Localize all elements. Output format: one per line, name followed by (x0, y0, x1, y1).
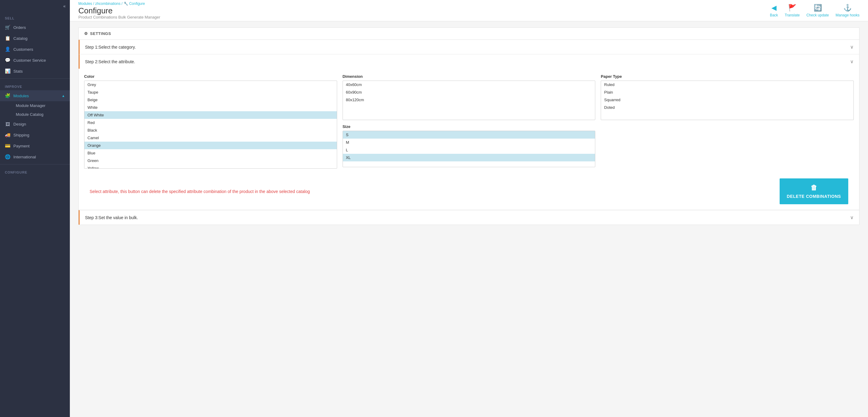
color-yellow[interactable]: Yellow (85, 165, 337, 169)
paper-plain[interactable]: Plain (601, 88, 854, 96)
breadcrumb-wrench-icon: 🔧 (124, 2, 128, 6)
sidebar-item-modules[interactable]: 🧩 Modules ▲ (0, 90, 70, 101)
dimension-label: Dimension (343, 74, 596, 79)
page-subtitle: Product Combinations Bulk Generate Manag… (79, 15, 160, 20)
color-off-white[interactable]: Off White (85, 111, 337, 119)
sidebar-item-customers[interactable]: 👤 Customers (0, 44, 70, 55)
design-icon: 🖼 (5, 122, 10, 127)
size-m[interactable]: M (343, 139, 595, 146)
sidebar-item-module-catalog[interactable]: Module Catalog (13, 110, 70, 119)
dimension-40x60[interactable]: 40x60cm (343, 81, 595, 88)
color-taupe[interactable]: Taupe (85, 88, 337, 96)
settings-panel: ⚙ SETTINGS Step 1:Select the category. ∨… (79, 27, 860, 225)
dimension-80x120[interactable]: 80x120cm (343, 96, 595, 103)
color-green[interactable]: Green (85, 157, 337, 165)
settings-gear-icon: ⚙ (84, 31, 88, 36)
settings-header: ⚙ SETTINGS (79, 28, 859, 40)
translate-button[interactable]: 🚩 Translate (785, 4, 800, 17)
dimension-60x90[interactable]: 60x90cm (343, 88, 595, 96)
breadcrumb-configure[interactable]: Configure (129, 2, 145, 6)
back-label: Back (770, 13, 778, 17)
collapse-icon: « (63, 4, 66, 8)
attribute-top-columns: Color Grey Taupe Beige White Off White R… (84, 74, 854, 169)
delete-row: Select attribute, this button can delete… (84, 173, 854, 210)
paper-squarred[interactable]: Squarred (601, 96, 854, 103)
color-red[interactable]: Red (85, 119, 337, 126)
sidebar-item-module-manager[interactable]: Module Manager (13, 101, 70, 110)
sidebar-section-sell: SELL (0, 12, 70, 22)
sidebar-item-shipping[interactable]: 🚚 Shipping (0, 129, 70, 141)
step2-label: Step 2:Select the attribute. (85, 59, 135, 64)
customers-icon: 👤 (5, 47, 10, 52)
breadcrumb-sep2: / (122, 2, 124, 6)
step3-row[interactable]: Step 3:Set the value in bulk. ∨ (79, 210, 859, 225)
catalog-icon: 📋 (5, 35, 10, 41)
sidebar-item-stats[interactable]: 📊 Stats (0, 66, 70, 77)
sidebar-label-catalog: Catalog (13, 36, 28, 41)
sidebar-item-payment[interactable]: 💳 Payment (0, 141, 70, 151)
back-button[interactable]: ◀ Back (770, 4, 778, 17)
color-beige[interactable]: Beige (85, 96, 337, 103)
translate-icon: 🚩 (788, 4, 796, 12)
customer-service-icon: 💬 (5, 57, 10, 63)
color-grey[interactable]: Grey (85, 81, 337, 88)
breadcrumb-zhcombinations[interactable]: zhcombinations (95, 2, 120, 6)
color-blue[interactable]: Blue (85, 149, 337, 157)
dimension-listbox[interactable]: 40x60cm 60x90cm 80x120cm (343, 81, 596, 120)
step3-chevron-icon: ∨ (850, 215, 854, 220)
paper-type-label: Paper Type (601, 74, 854, 79)
step2-body: Color Grey Taupe Beige White Off White R… (79, 69, 859, 210)
sidebar-label-stats: Stats (13, 69, 23, 73)
step2-row[interactable]: Step 2:Select the attribute. ∨ (79, 54, 859, 69)
check-update-button[interactable]: 🔄 Check update (806, 4, 829, 17)
back-icon: ◀ (771, 4, 777, 12)
paper-ruled[interactable]: Ruled (601, 81, 854, 88)
sidebar-item-catalog[interactable]: 📋 Catalog (0, 33, 70, 44)
manage-hooks-icon: ⚓ (843, 4, 851, 12)
sidebar-label-customer-service: Customer Service (13, 58, 46, 63)
size-xl[interactable]: XL (343, 154, 595, 161)
size-l[interactable]: L (343, 146, 595, 154)
stats-icon: 📊 (5, 68, 10, 74)
sidebar-label-shipping: Shipping (13, 133, 29, 138)
breadcrumb: Modules / zhcombinations / 🔧 Configure (79, 2, 160, 6)
main-area: Modules / zhcombinations / 🔧 Configure C… (70, 0, 868, 417)
color-black[interactable]: Black (85, 126, 337, 134)
sidebar-label-design: Design (13, 122, 26, 126)
settings-header-label: SETTINGS (90, 31, 111, 36)
manage-hooks-button[interactable]: ⚓ Manage hooks (836, 4, 860, 17)
content-area: ⚙ SETTINGS Step 1:Select the category. ∨… (70, 21, 868, 417)
color-orange[interactable]: Orange (85, 142, 337, 149)
modules-icon: 🧩 (5, 93, 10, 98)
sidebar-sub-modules: Module Manager Module Catalog (0, 101, 70, 119)
manage-hooks-label: Manage hooks (836, 13, 860, 17)
step1-row[interactable]: Step 1:Select the category. ∨ (79, 40, 859, 54)
size-listbox[interactable]: S M L XL (343, 131, 596, 167)
sidebar-item-design[interactable]: 🖼 Design (0, 119, 70, 129)
size-s[interactable]: S (343, 131, 595, 139)
color-label: Color (84, 74, 337, 79)
delete-instruction: Select attribute, this button can delete… (90, 189, 780, 194)
sidebar-item-customer-service[interactable]: 💬 Customer Service (0, 55, 70, 66)
sidebar-label-customers: Customers (13, 47, 33, 52)
sidebar-item-international[interactable]: 🌐 International (0, 151, 70, 162)
sidebar-label-modules: Modules (13, 94, 29, 98)
delete-icon: 🗑 (811, 184, 817, 192)
check-update-icon: 🔄 (814, 4, 822, 12)
step3-label: Step 3:Set the value in bulk. (85, 215, 138, 220)
delete-combinations-button[interactable]: 🗑 DELETE COMBINATIONS (780, 178, 848, 204)
sidebar-section-improve: IMPROVE (0, 81, 70, 90)
paper-type-listbox[interactable]: Ruled Plain Squarred Doted (601, 81, 854, 120)
color-listbox[interactable]: Grey Taupe Beige White Off White Red Bla… (84, 81, 337, 169)
sidebar-label-orders: Orders (13, 25, 26, 30)
step1-chevron-icon: ∨ (850, 44, 854, 50)
breadcrumb-modules[interactable]: Modules (79, 2, 92, 6)
color-white[interactable]: White (85, 103, 337, 111)
attribute-dimension-col: Dimension 40x60cm 60x90cm 80x120cm Size … (343, 74, 596, 169)
sidebar-collapse-button[interactable]: « (0, 0, 70, 12)
sidebar-section-configure: CONFIGURE (0, 166, 70, 176)
paper-doted[interactable]: Doted (601, 103, 854, 111)
international-icon: 🌐 (5, 154, 10, 159)
color-camel[interactable]: Camel (85, 134, 337, 142)
sidebar-item-orders[interactable]: 🛒 Orders (0, 22, 70, 33)
